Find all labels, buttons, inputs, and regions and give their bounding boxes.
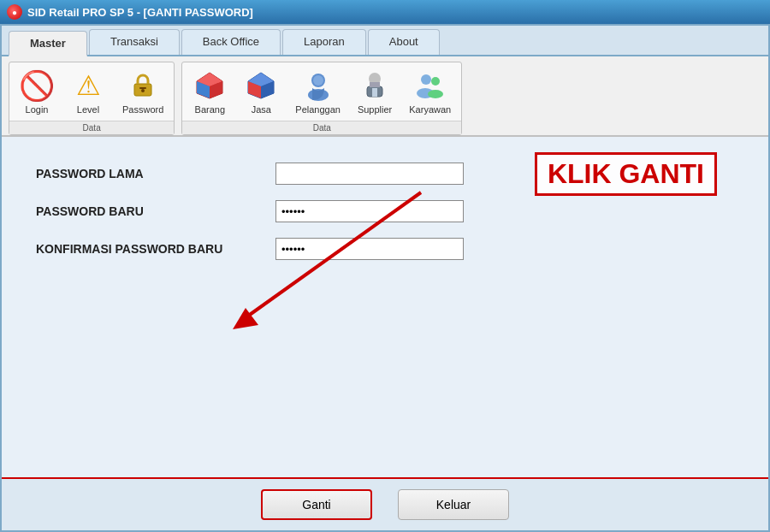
ribbon-group-items-2: Barang Jasa — [182, 62, 461, 121]
ribbon-btn-level[interactable]: ⚠ Level — [66, 66, 110, 117]
ribbon: 🚫 Login ⚠ Level — [2, 56, 768, 137]
password-icon — [126, 68, 160, 103]
karyawan-icon — [413, 68, 447, 103]
input-password-baru[interactable] — [275, 200, 464, 222]
main-window: Master Transaksi Back Office Laporan Abo… — [0, 24, 770, 532]
form-row-konfirmasi: KONFIRMASI PASSWORD BARU — [36, 238, 734, 260]
input-password-lama[interactable] — [275, 163, 464, 185]
ribbon-btn-password[interactable]: Password — [117, 66, 169, 117]
svg-point-18 — [421, 74, 431, 85]
pelanggan-icon — [301, 68, 335, 103]
content-area: KLIK GANTI PASSWORD LAMA PASSWORD BARU K… — [2, 137, 768, 477]
button-bar: Ganti Keluar — [2, 477, 768, 530]
label-password-lama: PASSWORD LAMA — [36, 167, 275, 180]
barang-icon — [192, 68, 227, 103]
title-bar: ● SID Retail PRO SP 5 - [GANTI PASSWORD] — [0, 0, 770, 24]
svg-point-21 — [428, 90, 443, 98]
app-icon: ● — [7, 4, 22, 20]
tab-laporan[interactable]: Laporan — [282, 29, 366, 55]
ribbon-group-label-2: Data — [182, 121, 461, 134]
jasa-icon — [244, 68, 278, 103]
svg-point-13 — [313, 75, 323, 86]
ribbon-group-data-1: 🚫 Login ⚠ Level — [9, 62, 175, 135]
level-icon: ⚠ — [71, 68, 105, 103]
window-title: SID Retail PRO SP 5 - [GANTI PASSWORD] — [27, 6, 253, 19]
svg-point-19 — [431, 77, 440, 86]
label-konfirmasi: KONFIRMASI PASSWORD BARU — [36, 242, 275, 256]
supplier-icon — [358, 68, 392, 103]
keluar-button[interactable]: Keluar — [398, 489, 509, 520]
pelanggan-label: Pelanggan — [295, 104, 341, 115]
svg-point-2 — [141, 89, 145, 92]
svg-rect-16 — [370, 82, 380, 87]
barang-label: Barang — [195, 104, 225, 115]
form-row-password-baru: PASSWORD BARU — [36, 200, 734, 222]
ribbon-group-label-1: Data — [9, 121, 174, 134]
ribbon-group-data-2: Barang Jasa — [181, 62, 462, 135]
ganti-button[interactable]: Ganti — [261, 489, 372, 520]
svg-marker-23 — [233, 308, 258, 329]
svg-rect-17 — [372, 88, 377, 97]
ribbon-btn-barang[interactable]: Barang — [187, 66, 232, 117]
ribbon-btn-pelanggan[interactable]: Pelanggan — [290, 66, 346, 117]
jasa-label: Jasa — [252, 104, 271, 115]
tab-transaksi[interactable]: Transaksi — [89, 29, 180, 55]
login-label: Login — [26, 104, 49, 115]
ribbon-btn-login[interactable]: 🚫 Login — [15, 66, 59, 117]
tab-bar: Master Transaksi Back Office Laporan Abo… — [2, 26, 768, 56]
level-label: Level — [77, 104, 99, 115]
label-password-baru: PASSWORD BARU — [36, 204, 275, 218]
password-label: Password — [122, 104, 163, 115]
karyawan-label: Karyawan — [409, 104, 451, 115]
ribbon-btn-karyawan[interactable]: Karyawan — [404, 66, 456, 117]
input-konfirmasi[interactable] — [275, 238, 464, 260]
ribbon-btn-supplier[interactable]: Supplier — [352, 66, 397, 117]
ribbon-group-items-1: 🚫 Login ⚠ Level — [9, 62, 174, 121]
svg-rect-1 — [139, 87, 146, 89]
ribbon-btn-jasa[interactable]: Jasa — [239, 66, 283, 117]
login-icon: 🚫 — [20, 68, 54, 103]
tab-about[interactable]: About — [368, 29, 440, 55]
supplier-label: Supplier — [358, 104, 392, 115]
tab-backoffice[interactable]: Back Office — [181, 29, 281, 55]
klik-ganti-annotation: KLIK GANTI — [535, 152, 717, 196]
tab-master[interactable]: Master — [9, 31, 87, 56]
